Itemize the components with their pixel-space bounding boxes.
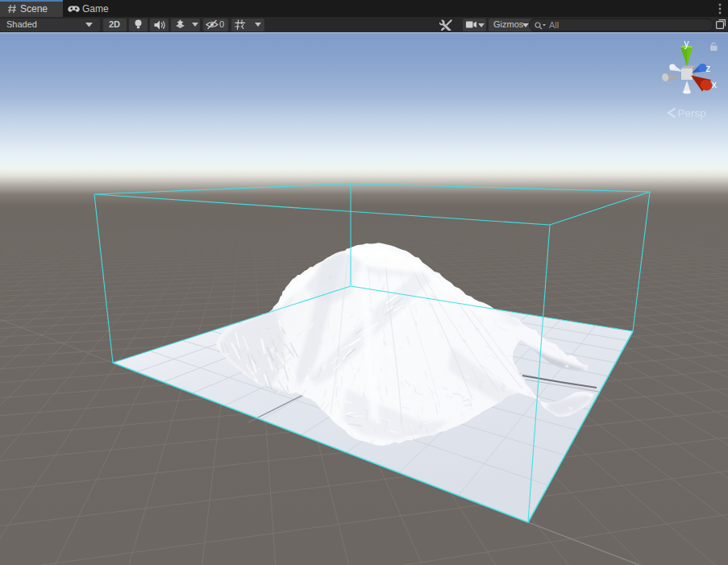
svg-text:y: y <box>684 38 689 49</box>
svg-text:x: x <box>712 79 717 90</box>
svg-text:Persp: Persp <box>678 107 706 119</box>
svg-text:z: z <box>706 63 711 74</box>
